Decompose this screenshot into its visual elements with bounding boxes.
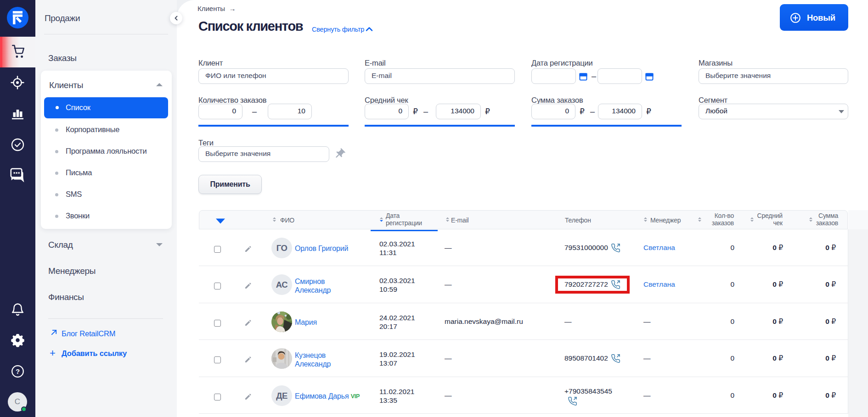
svg-text:?: ? [16,367,20,375]
